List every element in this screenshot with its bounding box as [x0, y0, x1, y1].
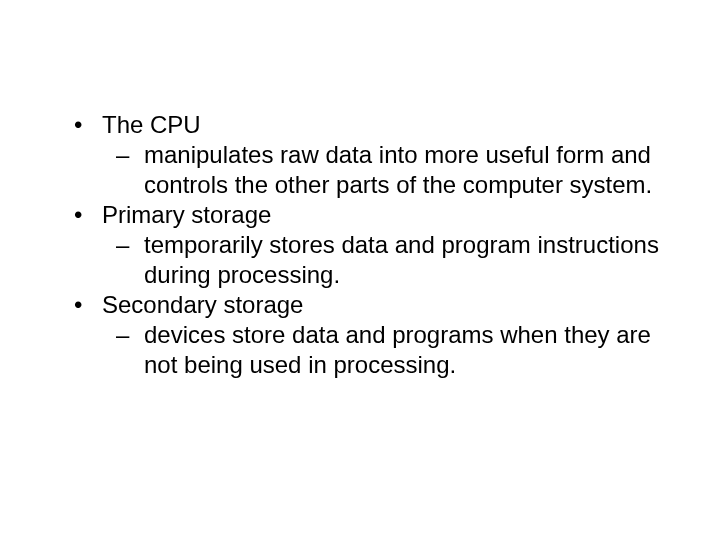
- dash-icon: –: [116, 140, 129, 170]
- list-item: • Secondary storage – devices store data…: [60, 290, 660, 380]
- bullet-icon: •: [74, 290, 82, 320]
- sub-list-item: – manipulates raw data into more useful …: [102, 140, 660, 200]
- bullet-list: • The CPU – manipulates raw data into mo…: [60, 110, 660, 380]
- sub-list: – temporarily stores data and program in…: [102, 230, 660, 290]
- sub-item-text: temporarily stores data and program inst…: [144, 231, 659, 288]
- sub-list-item: – devices store data and programs when t…: [102, 320, 660, 380]
- slide-body: • The CPU – manipulates raw data into mo…: [0, 0, 720, 540]
- item-title: Primary storage: [102, 201, 271, 228]
- dash-icon: –: [116, 320, 129, 350]
- sub-list: – manipulates raw data into more useful …: [102, 140, 660, 200]
- sub-item-text: devices store data and programs when the…: [144, 321, 651, 378]
- item-title: The CPU: [102, 111, 201, 138]
- sub-item-text: manipulates raw data into more useful fo…: [144, 141, 652, 198]
- list-item: • Primary storage – temporarily stores d…: [60, 200, 660, 290]
- list-item: • The CPU – manipulates raw data into mo…: [60, 110, 660, 200]
- bullet-icon: •: [74, 110, 82, 140]
- sub-list: – devices store data and programs when t…: [102, 320, 660, 380]
- dash-icon: –: [116, 230, 129, 260]
- item-title: Secondary storage: [102, 291, 303, 318]
- sub-list-item: – temporarily stores data and program in…: [102, 230, 660, 290]
- bullet-icon: •: [74, 200, 82, 230]
